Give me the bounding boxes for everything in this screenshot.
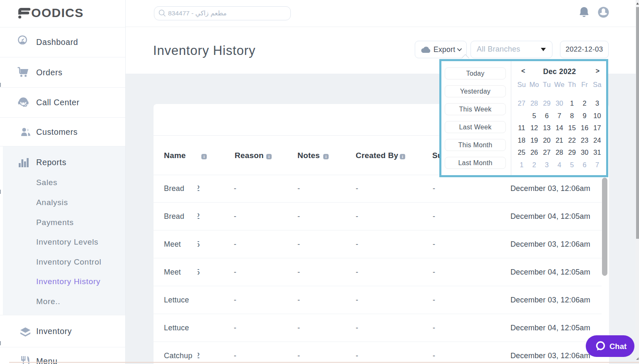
svg-text:OODICS: OODICS xyxy=(31,7,84,19)
